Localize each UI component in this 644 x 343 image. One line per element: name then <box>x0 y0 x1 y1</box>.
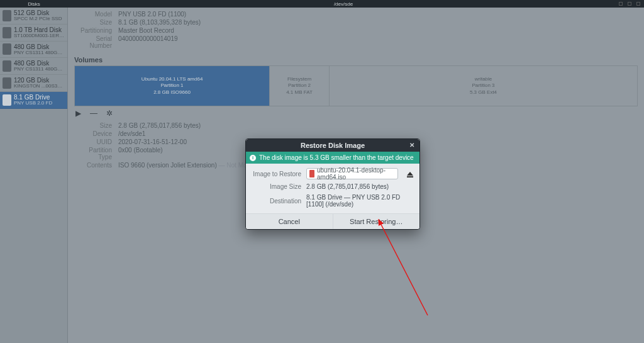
device-sub: KINGSTON ...00S37120G <box>14 84 65 89</box>
restore-disk-image-dialog: Restore Disk Image ✕ i The disk image is… <box>245 138 420 230</box>
vol-line3: 2.8 GB ISO9660 <box>153 89 191 96</box>
iso-file-icon <box>309 170 314 177</box>
disk-icon <box>3 77 11 89</box>
win-max-icon[interactable] <box>628 2 631 6</box>
dialog-titlebar: Restore Disk Image ✕ <box>246 139 419 152</box>
sidebar-device-4[interactable]: 120 GB Disk KINGSTON ...00S37120G <box>0 75 67 92</box>
label-image-size: Image Size <box>252 183 301 190</box>
value-psize: 2.8 GB (2,785,017,856 bytes) <box>118 122 201 129</box>
vol-line1: Ubuntu 20.04.1 LTS amd64 <box>142 76 203 82</box>
label-serial: Serial Number <box>74 35 112 49</box>
value-serial: 04000000000014019 <box>118 35 178 49</box>
dialog-body: Image to Restore ubuntu-20.04.1-desktop-… <box>246 164 419 210</box>
volume-segment-1[interactable]: Filesystem Partition 2 4.1 MB FAT <box>270 66 330 106</box>
vol-line2: Partition 2 <box>288 82 311 89</box>
dialog-title: Restore Disk Image <box>301 142 365 149</box>
device-sub: PNY USB 2.0 FD <box>14 101 65 106</box>
value-pdevice: /dev/sde1 <box>118 130 145 137</box>
device-sub: SPCC M.2 PCIe SSD <box>14 16 65 22</box>
image-file-chooser[interactable]: ubuntu-20.04.1-desktop-amd64.iso <box>306 168 398 179</box>
device-sub: PNY CS1311 480GB SSD <box>14 67 65 72</box>
vol-line2: Partition 3 <box>472 82 494 89</box>
value-size: 8.1 GB (8,103,395,328 bytes) <box>118 19 201 26</box>
disk-icon <box>3 60 11 72</box>
device-sub: PNY CS1311 480GB SSD <box>14 50 65 56</box>
chosen-file-name: ubuntu-20.04.1-desktop-amd64.iso <box>317 167 395 181</box>
label-uuid: UUID <box>74 138 112 145</box>
usb-icon <box>3 94 11 106</box>
vol-line1: Filesystem <box>287 76 311 82</box>
window-controls <box>619 2 644 6</box>
close-icon[interactable]: ✕ <box>408 142 416 149</box>
label-ptype: Partition Type <box>74 147 112 160</box>
sidebar-device-5[interactable]: 8.1 GB Drive PNY USB 2.0 FD <box>0 92 67 109</box>
disk-icon <box>3 27 11 38</box>
value-contents: ISO 9660 (version Joliet Extension) — No… <box>118 162 263 169</box>
device-title: 1.0 TB Hard Disk <box>14 26 65 33</box>
device-title: 480 GB Disk <box>14 43 65 50</box>
label-pdevice: Device <box>74 130 112 137</box>
dialog-info-banner: i The disk image is 5.3 GB smaller than … <box>246 152 419 164</box>
device-sub: ST1000DM003-1ER162 <box>14 33 65 39</box>
device-title: 8.1 GB Drive <box>14 94 65 101</box>
disk-icon <box>3 43 11 55</box>
volumes-strip: Ubuntu 20.04.1 LTS amd64 Partition 1 2.8… <box>74 65 638 106</box>
vol-line2: Partition 1 <box>160 82 183 89</box>
label-partitioning: Partitioning <box>74 27 112 34</box>
drive-info-block: ModelPNY USB 2.0 FD (1100) Size8.1 GB (8… <box>74 10 638 50</box>
value-partitioning: Master Boot Record <box>118 27 174 34</box>
device-title: 120 GB Disk <box>14 77 65 84</box>
label-psize: Size <box>74 122 112 129</box>
value-uuid: 2020-07-31-16-51-12-00 <box>118 138 187 145</box>
value-ptype: 0x00 (Bootable) <box>118 147 163 160</box>
sidebar-device-1[interactable]: 1.0 TB Hard Disk ST1000DM003-1ER162 <box>0 25 67 42</box>
label-contents: Contents <box>74 162 112 169</box>
gear-icon[interactable]: ✲ <box>106 109 113 118</box>
value-destination: 8.1 GB Drive — PNY USB 2.0 FD [1100] (/d… <box>306 194 413 208</box>
header-left-title: Disks <box>0 1 68 7</box>
vol-line1: writable <box>475 76 492 82</box>
vol-line3: 5.3 GB Ext4 <box>470 89 497 96</box>
value-image-size: 2.8 GB (2,785,017,856 bytes) <box>306 183 413 190</box>
disk-icon <box>3 10 11 21</box>
start-restoring-button[interactable]: Start Restoring… <box>333 214 420 229</box>
sidebar-device-2[interactable]: 480 GB Disk PNY CS1311 480GB SSD <box>0 42 67 59</box>
header-bar: Disks /dev/sde <box>0 0 644 8</box>
volume-segment-2[interactable]: writable Partition 3 5.3 GB Ext4 <box>330 66 637 106</box>
volumes-heading: Volumes <box>74 56 638 64</box>
win-min-icon[interactable] <box>619 2 623 6</box>
device-sidebar: 512 GB Disk SPCC M.2 PCIe SSD 1.0 TB Har… <box>0 8 68 343</box>
open-chooser-icon[interactable] <box>407 172 413 176</box>
device-title: 512 GB Disk <box>14 9 65 16</box>
sidebar-device-3[interactable]: 480 GB Disk PNY CS1311 480GB SSD <box>0 58 67 75</box>
value-model: PNY USB 2.0 FD (1100) <box>118 11 186 18</box>
label-size: Size <box>74 19 112 26</box>
device-title: 480 GB Disk <box>14 60 65 67</box>
label-image-to-restore: Image to Restore <box>252 171 301 177</box>
dialog-button-row: Cancel Start Restoring… <box>246 213 419 229</box>
banner-text: The disk image is 5.3 GB smaller than th… <box>259 154 414 161</box>
delete-minus-icon[interactable]: — <box>90 109 97 118</box>
label-destination: Destination <box>252 198 301 205</box>
sidebar-device-0[interactable]: 512 GB Disk SPCC M.2 PCIe SSD <box>0 8 67 25</box>
win-close-icon[interactable] <box>636 2 640 6</box>
cancel-button[interactable]: Cancel <box>246 214 333 229</box>
volume-segment-0[interactable]: Ubuntu 20.04.1 LTS amd64 Partition 1 2.8… <box>75 66 270 106</box>
volume-toolbar: ▶ — ✲ <box>74 106 638 121</box>
info-icon: i <box>250 155 256 161</box>
mount-play-icon[interactable]: ▶ <box>75 109 81 118</box>
vol-line3: 4.1 MB FAT <box>286 89 313 96</box>
label-model: Model <box>74 11 112 18</box>
header-center-title: /dev/sde <box>68 1 619 7</box>
